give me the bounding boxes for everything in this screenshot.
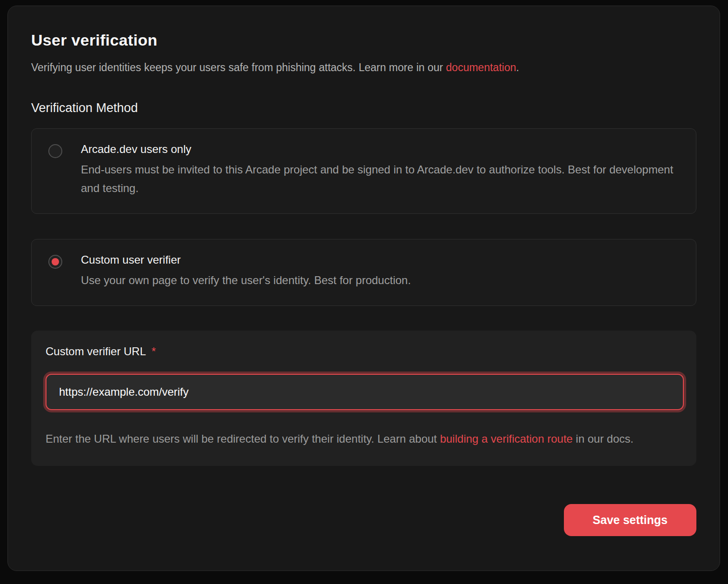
option-description-custom-verifier: Use your own page to verify the user's i… <box>81 271 411 290</box>
footer-actions: Save settings <box>31 504 696 536</box>
save-settings-button[interactable]: Save settings <box>564 504 696 536</box>
custom-verifier-url-label: Custom verifier URL <box>46 345 146 358</box>
option-card-arcade-users-only[interactable]: Arcade.dev users only End-users must be … <box>31 128 696 214</box>
option-content-arcade-users-only: Arcade.dev users only End-users must be … <box>81 143 679 198</box>
url-help-suffix: in our docs. <box>573 432 634 445</box>
page-description-text: Verifying user identities keeps your use… <box>31 61 446 73</box>
required-asterisk: * <box>152 345 156 358</box>
option-content-custom-verifier: Custom user verifier Use your own page t… <box>81 253 411 290</box>
page-description: Verifying user identities keeps your use… <box>31 61 696 74</box>
option-label-custom-verifier: Custom user verifier <box>81 253 411 266</box>
page-description-period: . <box>516 61 519 73</box>
custom-verifier-url-input[interactable] <box>46 374 684 410</box>
url-help-text: Enter the URL where users will be redire… <box>46 432 440 445</box>
custom-verifier-url-section: Custom verifier URL* Enter the URL where… <box>31 331 696 466</box>
option-description-arcade-users-only: End-users must be invited to this Arcade… <box>81 160 679 198</box>
radio-custom-verifier[interactable] <box>48 255 62 269</box>
documentation-link[interactable]: documentation <box>446 61 516 73</box>
radio-arcade-users-only[interactable] <box>48 144 62 158</box>
option-card-custom-verifier[interactable]: Custom user verifier Use your own page t… <box>31 239 696 306</box>
page-title: User verification <box>31 31 696 49</box>
option-label-arcade-users-only: Arcade.dev users only <box>81 143 679 156</box>
user-verification-panel: User verification Verifying user identit… <box>7 6 720 571</box>
custom-verifier-url-help: Enter the URL where users will be redire… <box>46 430 678 448</box>
building-verification-route-link[interactable]: building a verification route <box>440 432 573 445</box>
custom-verifier-url-label-row: Custom verifier URL* <box>46 349 156 357</box>
verification-method-heading: Verification Method <box>31 101 696 115</box>
